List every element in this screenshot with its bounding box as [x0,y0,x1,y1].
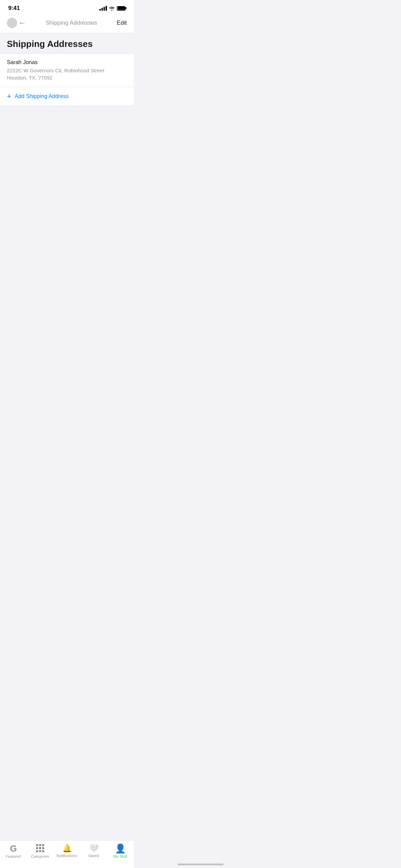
address-item[interactable]: Sarah Jonas 2222C W Governors Cir, Robin… [0,54,134,87]
add-address-label: Add Shipping Address [15,93,69,99]
status-time: 9:41 [8,5,20,12]
back-circle [7,18,17,28]
back-button[interactable]: ← [7,18,26,28]
section-title: Shipping Addresses [7,39,127,49]
wifi-icon [109,6,115,11]
add-address-button[interactable]: + Add Shipping Address [0,87,134,106]
battery-icon [117,6,125,11]
address-line1: 2222C W Governors Cir, Robinhood Street [7,67,127,74]
signal-icon [99,6,107,11]
nav-bar: ← Shipping Addresses Edit [0,14,134,33]
section-header: Shipping Addresses [0,33,134,54]
address-list: Sarah Jonas 2222C W Governors Cir, Robin… [0,54,134,106]
status-icons [99,6,125,11]
address-line2: Houston, TX, 77092 [7,74,127,81]
nav-title: Shipping Addresses [46,20,97,26]
back-arrow-icon: ← [19,19,26,27]
add-icon: + [7,93,11,100]
empty-area [0,106,134,243]
edit-button[interactable]: Edit [117,20,127,26]
status-bar: 9:41 [0,0,134,14]
address-name: Sarah Jonas [7,59,127,65]
